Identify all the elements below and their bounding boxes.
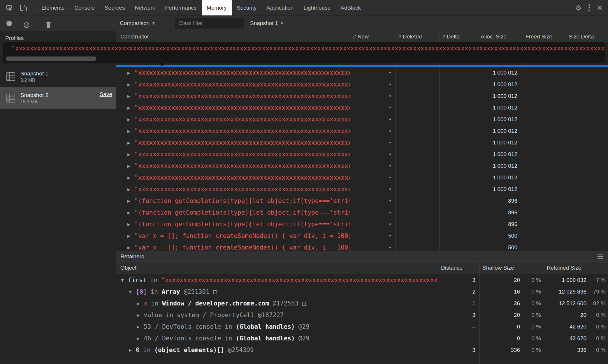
disclosure-triangle-icon[interactable]: ▶ bbox=[137, 336, 144, 341]
column-header--delta[interactable]: # Delta bbox=[439, 31, 478, 42]
retainers-header: ObjectDistanceShallow SizeRetained Size bbox=[116, 262, 608, 274]
tab-memory[interactable]: Memory bbox=[202, 0, 232, 15]
heap-grid-row[interactable]: ▶"xxxxxxxxxxxxxxxxxxxxxxxxxxxxxxxxxxxxxx… bbox=[116, 79, 608, 90]
column-header-freed-size[interactable]: Freed Size bbox=[523, 31, 566, 42]
disclosure-triangle-icon[interactable]: ▶ bbox=[127, 94, 134, 98]
devtools-tabbar: ElementsConsoleSourcesNetworkPerformance… bbox=[0, 0, 608, 16]
column-header--deleted[interactable]: # Deleted bbox=[395, 31, 439, 42]
disclosure-triangle-icon[interactable]: ▶ bbox=[137, 301, 144, 306]
disclosure-triangle-icon[interactable]: ▶ bbox=[127, 234, 134, 238]
constructor-string: "(function getCompletions(type){let obje… bbox=[134, 197, 350, 204]
column-header-alloc-size[interactable]: Alloc. Size bbox=[478, 31, 523, 42]
heap-grid-row[interactable]: ▶"xxxxxxxxxxxxxxxxxxxxxxxxxxxxxxxxxxxxxx… bbox=[116, 90, 608, 102]
retainers-column-header-retained-size[interactable]: Retained Size bbox=[544, 262, 608, 274]
retainer-row[interactable]: ▶46 / DevTools console in (Global handle… bbox=[116, 333, 608, 344]
sidebar-item-snapshot-1[interactable]: % Snapshot 1 3.2 MB bbox=[0, 66, 116, 87]
size-delta-cell bbox=[566, 218, 608, 230]
heap-grid-row[interactable]: ▶"(function getCompletions(type){let obj… bbox=[116, 195, 608, 207]
retainer-row[interactable]: ▶value in system / PropertyCell @1872273… bbox=[116, 309, 608, 321]
shallow-size-cell: 00 % bbox=[479, 333, 544, 344]
record-heap-snapshot-button[interactable] bbox=[6, 21, 12, 26]
tooltip-scrollbar-thumb[interactable] bbox=[6, 56, 96, 61]
distance-cell: – bbox=[438, 333, 479, 344]
size-delta-cell bbox=[566, 207, 608, 218]
heap-grid-row[interactable]: ▶"xxxxxxxxxxxxxxxxxxxxxxxxxxxxxxxxxxxxxx… bbox=[116, 114, 608, 125]
perspective-select[interactable]: Comparison ▼ bbox=[120, 16, 155, 31]
heap-grid-row[interactable]: ▶"xxxxxxxxxxxxxxxxxxxxxxxxxxxxxxxxxxxxxx… bbox=[116, 102, 608, 114]
column-header-constructor[interactable]: Constructor bbox=[116, 31, 350, 42]
delta-count-cell bbox=[439, 218, 478, 230]
retainer-row[interactable]: ▼[0] in Array @251301 □2160 %12 029 8367… bbox=[116, 286, 608, 298]
heap-grid-row[interactable]: ▶"xxxxxxxxxxxxxxxxxxxxxxxxxxxxxxxxxxxxxx… bbox=[116, 67, 608, 79]
tab-network[interactable]: Network bbox=[130, 0, 160, 15]
freed-size-cell bbox=[523, 125, 566, 137]
disclosure-triangle-icon[interactable]: ▶ bbox=[127, 245, 134, 250]
tab-performance[interactable]: Performance bbox=[160, 0, 202, 15]
retainer-row[interactable]: ▶53 / DevTools console in (Global handle… bbox=[116, 321, 608, 333]
disclosure-triangle-icon[interactable]: ▶ bbox=[127, 117, 134, 122]
disclosure-triangle-icon[interactable]: ▶ bbox=[127, 164, 134, 168]
settings-gear-icon[interactable]: ⚙ bbox=[575, 4, 582, 12]
save-snapshot-link[interactable]: Save bbox=[100, 91, 112, 98]
disclosure-triangle-icon[interactable]: ▶ bbox=[127, 211, 134, 215]
tab-elements[interactable]: Elements bbox=[36, 0, 69, 15]
disclosure-triangle-icon[interactable]: ▼ bbox=[129, 290, 136, 294]
base-snapshot-select[interactable]: Snapshot 1 ▼ bbox=[250, 16, 283, 31]
shallow-size-value: 336 bbox=[479, 347, 520, 353]
alloc-size-cell: 1 000 012 bbox=[478, 149, 523, 160]
retainer-row[interactable]: ▶x in Window / developer.chrome.com @172… bbox=[116, 298, 608, 309]
disclosure-triangle-icon[interactable]: ▶ bbox=[137, 325, 144, 329]
alloc-size-cell: 1 000 012 bbox=[478, 172, 523, 183]
tab-sources[interactable]: Sources bbox=[100, 0, 130, 15]
alloc-size-cell: 1 000 012 bbox=[478, 125, 523, 137]
heap-grid-row[interactable]: ▶"(function getCompletions(type){let obj… bbox=[116, 218, 608, 230]
disclosure-triangle-icon[interactable]: ▶ bbox=[127, 176, 134, 180]
disclosure-triangle-icon[interactable]: ▶ bbox=[127, 71, 134, 75]
clear-profiles-icon[interactable] bbox=[22, 20, 31, 30]
retainers-column-header-distance[interactable]: Distance bbox=[438, 262, 479, 274]
column-header-size-delta[interactable]: Size Delta bbox=[566, 31, 608, 42]
tab-adblock[interactable]: AdBlock bbox=[335, 0, 366, 15]
heap-grid-row[interactable]: ▶"var x = []; function createSomeNodes()… bbox=[116, 230, 608, 242]
disclosure-triangle-icon[interactable]: ▼ bbox=[121, 278, 128, 282]
retainers-column-header-shallow-size[interactable]: Shallow Size bbox=[479, 262, 544, 274]
sidebar-item-snapshot-2[interactable]: % Snapshot 2 15.3 MB Save bbox=[0, 87, 116, 109]
heap-grid-row[interactable]: ▶"xxxxxxxxxxxxxxxxxxxxxxxxxxxxxxxxxxxxxx… bbox=[116, 137, 608, 149]
column-header--new[interactable]: # New bbox=[350, 31, 395, 42]
hamburger-menu-icon[interactable] bbox=[598, 255, 603, 259]
disclosure-triangle-icon[interactable]: ▶ bbox=[127, 222, 134, 227]
delete-profile-trash-icon[interactable] bbox=[43, 20, 53, 30]
heap-grid-row[interactable]: ▶"var x = []; function createSomeNodes()… bbox=[116, 242, 608, 251]
heap-grid-row[interactable]: ▶"(function getCompletions(type){let obj… bbox=[116, 207, 608, 218]
tab-console[interactable]: Console bbox=[69, 0, 100, 15]
heap-grid-row[interactable]: ▶"xxxxxxxxxxxxxxxxxxxxxxxxxxxxxxxxxxxxxx… bbox=[116, 149, 608, 160]
retainer-row[interactable]: ▶0 in (object elements)[] @25439933360 %… bbox=[116, 344, 608, 356]
deleted-count-cell bbox=[395, 114, 439, 125]
heap-grid-row[interactable]: ▶"xxxxxxxxxxxxxxxxxxxxxxxxxxxxxxxxxxxxxx… bbox=[116, 172, 608, 183]
disclosure-triangle-icon[interactable]: ▶ bbox=[127, 199, 134, 203]
tab-security[interactable]: Security bbox=[232, 0, 262, 15]
inspect-element-icon[interactable] bbox=[5, 3, 15, 13]
device-toolbar-icon[interactable] bbox=[19, 3, 29, 13]
heap-grid-row[interactable]: ▶"xxxxxxxxxxxxxxxxxxxxxxxxxxxxxxxxxxxxxx… bbox=[116, 183, 608, 195]
disclosure-triangle-icon[interactable]: ▶ bbox=[127, 82, 134, 87]
retained-size-percent: 7 % bbox=[586, 277, 608, 283]
disclosure-triangle-icon[interactable]: ▶ bbox=[127, 141, 134, 145]
disclosure-triangle-icon[interactable]: ▶ bbox=[127, 152, 134, 157]
tab-lighthouse[interactable]: Lighthouse bbox=[298, 0, 335, 15]
new-count-cell: • bbox=[350, 195, 395, 207]
disclosure-triangle-icon[interactable]: ▶ bbox=[129, 348, 136, 352]
class-filter-input[interactable] bbox=[175, 18, 244, 29]
retainers-column-header-object[interactable]: Object bbox=[116, 262, 438, 274]
retainer-row[interactable]: ▼first in "xxxxxxxxxxxxxxxxxxxxxxxxxxxxx… bbox=[116, 274, 608, 286]
heap-grid-row[interactable]: ▶"xxxxxxxxxxxxxxxxxxxxxxxxxxxxxxxxxxxxxx… bbox=[116, 160, 608, 172]
more-options-icon[interactable] bbox=[588, 4, 590, 11]
disclosure-triangle-icon[interactable]: ▶ bbox=[137, 313, 144, 317]
disclosure-triangle-icon[interactable]: ▶ bbox=[127, 106, 134, 110]
disclosure-triangle-icon[interactable]: ▶ bbox=[127, 187, 134, 192]
disclosure-triangle-icon[interactable]: ▶ bbox=[127, 129, 134, 133]
heap-grid-row[interactable]: ▶"xxxxxxxxxxxxxxxxxxxxxxxxxxxxxxxxxxxxxx… bbox=[116, 125, 608, 137]
string-value-tooltip: "xxxxxxxxxxxxxxxxxxxxxxxxxxxxxxxxxxxxxxx… bbox=[3, 42, 605, 63]
close-icon[interactable]: × bbox=[597, 3, 602, 12]
tab-application[interactable]: Application bbox=[261, 0, 298, 15]
